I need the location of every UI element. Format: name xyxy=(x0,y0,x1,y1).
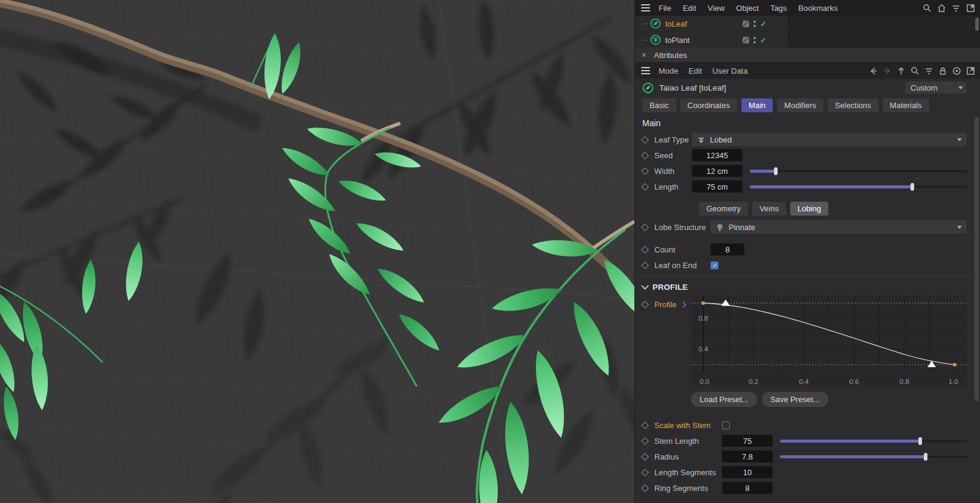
object-row-toleaf[interactable]: toLeaf ✓ xyxy=(635,16,980,31)
tab-selections[interactable]: Selections xyxy=(828,98,878,112)
forward-icon[interactable] xyxy=(883,66,892,75)
up-icon[interactable] xyxy=(897,66,906,75)
editor-render-dots-icon[interactable] xyxy=(753,37,756,43)
menu-mode[interactable]: Mode xyxy=(659,66,679,75)
field-label: Leaf on End xyxy=(654,261,711,270)
lock-icon[interactable] xyxy=(938,66,947,75)
home-icon[interactable] xyxy=(937,4,946,13)
filter-icon[interactable] xyxy=(924,66,933,75)
object-name[interactable]: toPlant xyxy=(665,36,743,45)
stem-length-slider[interactable] xyxy=(780,437,967,445)
radius-slider[interactable] xyxy=(780,452,967,461)
load-preset-button[interactable]: Load Preset... xyxy=(691,392,757,407)
close-icon[interactable]: ✕ xyxy=(641,52,646,59)
search-icon[interactable] xyxy=(911,66,920,75)
profile-label[interactable]: Profile xyxy=(654,300,677,309)
diamond-bullet-icon[interactable] xyxy=(641,183,649,191)
focus-icon[interactable] xyxy=(952,66,961,75)
leaf-circle-icon[interactable] xyxy=(650,18,661,29)
menu-object[interactable]: Object xyxy=(736,4,759,13)
editor-render-dots-icon[interactable] xyxy=(753,21,756,27)
lobe-structure-dropdown[interactable]: Pinnate xyxy=(711,220,967,234)
save-preset-button[interactable]: Save Preset... xyxy=(762,392,828,407)
preset-dropdown[interactable]: Custom xyxy=(905,82,967,94)
menu-view[interactable]: View xyxy=(708,4,724,13)
object-row-toplant[interactable]: toPlant ✓ xyxy=(635,31,980,48)
field-row-stem-length: Stem Length 75 xyxy=(635,433,980,449)
diamond-bullet-icon[interactable] xyxy=(641,136,649,144)
diamond-bullet-icon[interactable] xyxy=(641,261,649,269)
object-name[interactable]: toLeaf xyxy=(665,19,743,28)
tab-basic[interactable]: Basic xyxy=(642,98,676,112)
width-slider[interactable] xyxy=(750,167,967,175)
chevron-down-icon xyxy=(641,282,649,290)
stem-length-input[interactable]: 75 xyxy=(722,435,773,447)
menu-user-data[interactable]: User Data xyxy=(712,66,748,75)
slider-handle[interactable] xyxy=(924,453,927,461)
curve-point-end[interactable] xyxy=(953,363,956,367)
attribute-tabs: Basic Coordinates Main Modifiers Selecti… xyxy=(635,97,980,116)
visibility-toggle-icon[interactable] xyxy=(743,37,749,43)
enabled-check-icon[interactable]: ✓ xyxy=(760,36,767,44)
width-input[interactable]: 12 cm xyxy=(692,165,743,177)
chevron-right-icon xyxy=(680,302,686,308)
field-row-seed: Seed 12345 xyxy=(635,147,980,163)
diamond-bullet-icon[interactable] xyxy=(641,421,649,429)
profile-group-header[interactable]: PROFILE xyxy=(635,280,980,294)
slider-handle[interactable] xyxy=(918,437,922,445)
length-input[interactable]: 75 cm xyxy=(692,181,743,193)
filter-icon[interactable] xyxy=(952,4,961,13)
hamburger-menu-icon[interactable] xyxy=(641,4,650,11)
attributes-scrollbar[interactable] xyxy=(975,116,979,503)
leaf-on-end-checkbox[interactable] xyxy=(711,261,718,269)
slider-handle[interactable] xyxy=(774,167,778,175)
menu-edit[interactable]: Edit xyxy=(689,66,702,75)
expand-icon[interactable] xyxy=(966,4,975,13)
radius-input[interactable]: 7.8 xyxy=(722,450,773,463)
menu-edit[interactable]: Edit xyxy=(683,4,696,13)
diamond-bullet-icon[interactable] xyxy=(641,453,649,461)
subtab-lobing[interactable]: Lobing xyxy=(790,202,828,216)
seed-input[interactable]: 12345 xyxy=(692,149,743,161)
leaf-type-dropdown[interactable]: Lobed xyxy=(692,133,967,146)
diamond-bullet-icon[interactable] xyxy=(641,223,649,231)
tab-materials[interactable]: Materials xyxy=(883,98,929,112)
tab-coordinates[interactable]: Coordinates xyxy=(680,98,737,112)
leaf-type-value: Lobed xyxy=(710,135,732,144)
length-slider[interactable] xyxy=(750,182,967,191)
lobing-subtabs: Geometry Veins Lobing xyxy=(635,198,980,219)
plant-circle-icon[interactable] xyxy=(650,34,661,45)
hamburger-menu-icon[interactable] xyxy=(641,67,650,74)
slider-handle[interactable] xyxy=(911,183,914,191)
tab-modifiers[interactable]: Modifiers xyxy=(777,98,824,112)
menu-bookmarks[interactable]: Bookmarks xyxy=(798,4,837,13)
diamond-bullet-icon[interactable] xyxy=(641,301,649,309)
menu-file[interactable]: File xyxy=(659,4,671,13)
ring-segments-input[interactable]: 8 xyxy=(722,482,773,494)
length-segments-input[interactable]: 10 xyxy=(722,466,773,478)
visibility-toggle-icon[interactable] xyxy=(743,21,749,27)
diamond-bullet-icon[interactable] xyxy=(641,484,649,492)
curve-point-start[interactable] xyxy=(701,301,705,305)
subtab-geometry[interactable]: Geometry xyxy=(699,202,748,216)
attributes-body: Main Leaf Type Lobed Seed 12345 xyxy=(635,116,980,503)
viewport-3d[interactable] xyxy=(0,0,634,503)
subtab-veins[interactable]: Veins xyxy=(752,202,786,216)
tab-main[interactable]: Main xyxy=(741,98,773,112)
expand-icon[interactable] xyxy=(966,66,975,75)
scale-with-stem-checkbox[interactable] xyxy=(722,421,730,429)
enabled-check-icon[interactable]: ✓ xyxy=(760,20,767,28)
profile-curve-editor[interactable]: 0.8 0.4 0.0 0.2 0.4 0.6 0.8 1.0 xyxy=(691,295,967,387)
object-manager-scrollbar[interactable] xyxy=(975,17,979,45)
diamond-bullet-icon[interactable] xyxy=(641,246,649,254)
diamond-bullet-icon[interactable] xyxy=(641,152,649,159)
preset-dropdown-value: Custom xyxy=(911,83,958,92)
menu-tags[interactable]: Tags xyxy=(770,4,787,13)
diamond-bullet-icon[interactable] xyxy=(641,167,649,175)
search-icon[interactable] xyxy=(923,4,932,13)
count-input[interactable]: 8 xyxy=(711,243,744,255)
diamond-bullet-icon[interactable] xyxy=(641,469,649,476)
diamond-bullet-icon[interactable] xyxy=(641,437,649,445)
field-row-scale-with-stem: Scale with Stem xyxy=(635,417,980,433)
back-icon[interactable] xyxy=(869,66,878,75)
